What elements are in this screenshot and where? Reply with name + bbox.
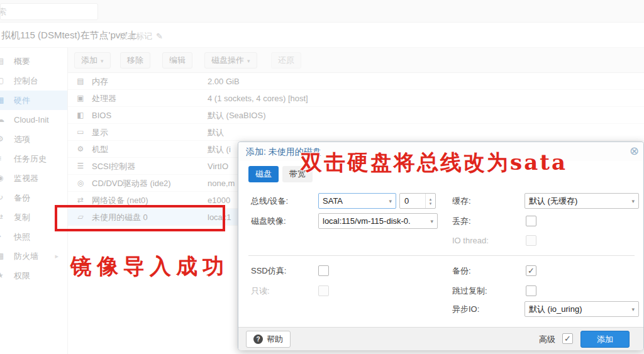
dialog-add-button[interactable]: 添加 — [580, 331, 630, 348]
async-io-select[interactable]: 默认 (io_uring)▾ — [525, 301, 639, 317]
cache-select[interactable]: 默认 (无缓存)▾ — [525, 193, 639, 209]
ssd-emulation-checkbox[interactable] — [318, 265, 329, 276]
annotation-sata-tip: 双击硬盘将总线改为sata — [301, 148, 567, 177]
form-divider — [248, 255, 635, 256]
skip-replication-label: 跳过复制: — [452, 283, 487, 299]
io-thread-checkbox — [526, 235, 536, 246]
async-io-value: 默认 (io_uring) — [529, 304, 582, 315]
backup-checkbox[interactable]: ✓ — [526, 265, 536, 276]
disk-image-label: 磁盘映像: — [251, 213, 286, 229]
help-icon: ? — [253, 335, 263, 344]
discard-checkbox[interactable] — [526, 216, 536, 226]
ssd-emulation-label: SSD仿真: — [251, 263, 286, 279]
disk-image-select[interactable]: local:115/vm-115-disk-0.▾ — [318, 213, 438, 229]
async-io-label: 异步IO: — [452, 301, 479, 317]
bus-index-stepper[interactable]: 0▴▾ — [399, 193, 436, 209]
read-only-label: 只读: — [251, 283, 270, 299]
dialog-footer: ?帮助 高级 ✓ 添加 — [238, 327, 643, 350]
discard-label: 丢弃: — [452, 213, 471, 229]
backup-label: 备份: — [452, 263, 471, 279]
disk-image-value: local:115/vm-115-disk-0. — [323, 216, 411, 226]
help-button[interactable]: ?帮助 — [246, 331, 291, 348]
chevron-down-icon: ▾ — [631, 306, 635, 313]
io-thread-label: IO thread: — [452, 233, 489, 248]
annotation-highlight-box — [55, 205, 225, 231]
bus-select-value: SATA — [323, 196, 343, 206]
close-icon[interactable]: ⊗ — [630, 145, 639, 157]
chevron-down-icon: ▾ — [389, 198, 392, 204]
pve-window: 索 拟机115 (DSMtest)在节点'pve'上 没有标记✎ ▤概要 ▢控制… — [0, 0, 644, 354]
advanced-label: 高级 — [539, 334, 555, 345]
spinner-down-icon[interactable]: ▾ — [430, 201, 432, 206]
annotation-import-success: 镜像导入成功 — [70, 252, 229, 281]
cache-label: 缓存: — [452, 193, 471, 209]
bus-select[interactable]: SATA▾ — [318, 193, 396, 209]
advanced-checkbox[interactable]: ✓ — [562, 333, 573, 344]
chevron-down-icon: ▾ — [430, 218, 433, 224]
cache-select-value: 默认 (无缓存) — [529, 196, 577, 207]
help-button-label: 帮助 — [267, 334, 283, 345]
skip-replication-checkbox[interactable] — [526, 285, 536, 296]
read-only-checkbox — [318, 285, 329, 296]
chevron-down-icon: ▾ — [631, 198, 635, 204]
bus-index-value: 0 — [404, 196, 409, 206]
tab-disk[interactable]: 磁盘 — [248, 166, 279, 182]
bus-device-label: 总线/设备: — [251, 193, 288, 209]
spinner-up-icon[interactable]: ▴ — [430, 197, 432, 201]
